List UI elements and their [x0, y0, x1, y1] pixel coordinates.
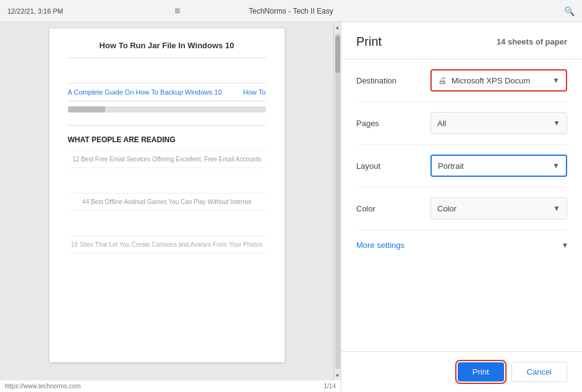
- layout-dropdown-left: Portrait: [438, 161, 464, 171]
- print-button[interactable]: Print: [458, 362, 504, 381]
- section-heading: WHAT PEOPLE ARE READING: [68, 135, 266, 144]
- print-header: Print 14 sheets of paper: [341, 22, 582, 59]
- destination-dropdown[interactable]: 🖨 Microsoft XPS Docum ▼: [430, 69, 567, 92]
- color-control: Color ▼: [430, 197, 567, 219]
- print-panel: Print 14 sheets of paper Destination 🖨 M…: [341, 22, 582, 392]
- print-title: Print: [356, 35, 382, 49]
- scroll-down-button[interactable]: ▼: [334, 370, 341, 380]
- search-icon[interactable]: 🔍: [564, 6, 575, 16]
- scrollbar-thumb: [335, 36, 340, 73]
- more-settings-row[interactable]: More settings ▾: [356, 230, 567, 260]
- destination-chevron-icon: ▼: [552, 76, 560, 85]
- destination-value: Microsoft XPS Docum: [451, 76, 530, 85]
- pages-value: All: [437, 119, 446, 128]
- preview-link1-right: How To: [243, 88, 265, 96]
- pages-label: Pages: [356, 119, 430, 128]
- preview-heading: How To Run Jar File In Windows 10: [68, 41, 266, 50]
- hamburger-icon[interactable]: ≡: [174, 6, 180, 17]
- preview-scrollbar[interactable]: ▲ ▼: [333, 22, 341, 380]
- preview-url: https://www.technorms.com: [5, 383, 80, 390]
- printer-icon: 🖨: [438, 75, 447, 85]
- preview-link-line: A Complete Guide On How To Backup Window…: [68, 88, 266, 96]
- article3: 16 Sites That Let You Create Cartoons an…: [68, 241, 266, 248]
- destination-label: Destination: [356, 76, 430, 85]
- print-options: Destination 🖨 Microsoft XPS Docum ▼ Page…: [341, 59, 582, 351]
- destination-row: Destination 🖨 Microsoft XPS Docum ▼: [356, 59, 567, 102]
- pages-control: All ▼: [430, 112, 567, 134]
- preview-bottom-bar: https://www.technorms.com 1/14: [0, 380, 341, 392]
- preview-scroll: How To Run Jar File In Windows 10 A Comp…: [0, 22, 333, 380]
- scrollbar-track[interactable]: [335, 33, 340, 369]
- destination-dropdown-left: 🖨 Microsoft XPS Docum: [438, 75, 530, 85]
- horizontal-scrollbar[interactable]: [68, 106, 266, 113]
- color-dropdown-left: Color: [437, 204, 456, 213]
- page-count: 1/14: [324, 383, 336, 390]
- main-container: How To Run Jar File In Windows 10 A Comp…: [0, 22, 582, 392]
- preview-link1: A Complete Guide On How To Backup Window…: [68, 88, 222, 96]
- more-settings-label: More settings: [356, 241, 404, 250]
- h-scroll-thumb: [68, 106, 105, 113]
- pages-chevron-icon: ▼: [553, 119, 560, 127]
- layout-row: Layout Portrait ▼: [356, 145, 567, 187]
- layout-chevron-icon: ▼: [552, 161, 560, 170]
- destination-control: 🖨 Microsoft XPS Docum ▼: [430, 69, 567, 92]
- pages-dropdown-left: All: [437, 119, 446, 128]
- color-dropdown[interactable]: Color ▼: [430, 197, 567, 219]
- color-chevron-icon: ▼: [553, 204, 560, 213]
- cancel-button[interactable]: Cancel: [511, 362, 567, 382]
- datetime: 12/22/21, 3:16 PM: [7, 7, 63, 15]
- sheets-info: 14 sheets of paper: [497, 37, 567, 46]
- color-value: Color: [437, 204, 456, 213]
- color-row: Color Color ▼: [356, 187, 567, 230]
- preview-area: How To Run Jar File In Windows 10 A Comp…: [0, 22, 341, 392]
- more-settings-chevron-icon: ▾: [563, 240, 567, 250]
- article2: 44 Best Offline Android Games You Can Pl…: [68, 198, 266, 205]
- layout-label: Layout: [356, 161, 430, 171]
- article1: 12 Best Free Email Services Offering Exc…: [68, 156, 266, 163]
- layout-control: Portrait ▼: [430, 155, 567, 177]
- scroll-up-button[interactable]: ▲: [334, 22, 341, 32]
- color-label: Color: [356, 204, 430, 213]
- layout-value: Portrait: [438, 161, 464, 171]
- pages-dropdown[interactable]: All ▼: [430, 112, 567, 134]
- pages-row: Pages All ▼: [356, 102, 567, 145]
- layout-dropdown[interactable]: Portrait ▼: [430, 155, 567, 177]
- browser-bar: 12/22/21, 3:16 PM TechNorms - Tech II Ea…: [0, 0, 582, 22]
- print-footer: Print Cancel: [341, 351, 582, 392]
- page-preview: How To Run Jar File In Windows 10 A Comp…: [49, 28, 285, 362]
- browser-title: TechNorms - Tech II Easy: [249, 7, 333, 15]
